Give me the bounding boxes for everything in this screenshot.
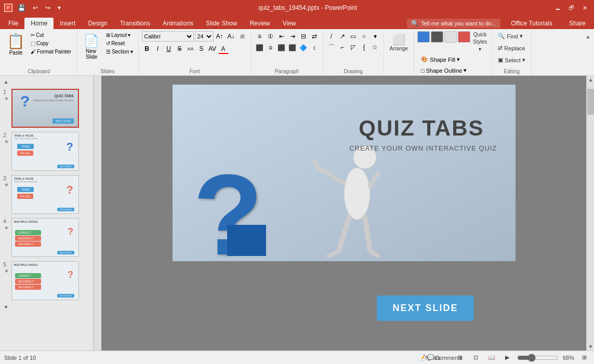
canvas-scroll-down[interactable]: ▼: [587, 343, 594, 350]
shape-curve[interactable]: ⌒: [326, 42, 337, 52]
ribbon-group-slides: 📄 NewSlide ⊞ Layout ▾ ↺ Reset ☰ Section …: [78, 31, 138, 75]
numbering-button[interactable]: ①: [266, 31, 276, 42]
bullets-button[interactable]: ≡: [255, 31, 265, 42]
layout-button[interactable]: ⊞ Layout ▾: [104, 31, 135, 39]
restore-button[interactable]: 🗗: [566, 3, 576, 13]
select-button[interactable]: ▣ Select ▾: [495, 55, 528, 65]
tab-animations[interactable]: Animations: [156, 18, 200, 29]
format-painter-button[interactable]: 🖌 Format Painter: [29, 48, 73, 56]
slide-thumbnail-2[interactable]: 2 ★ TRUE or FALSE This is the correct an…: [2, 131, 91, 172]
align-left-button[interactable]: ⬛: [255, 43, 265, 53]
shape-arrow[interactable]: ↗: [337, 31, 348, 42]
qs-swatch-1[interactable]: [417, 31, 430, 43]
new-slide-button[interactable]: 📄 NewSlide: [80, 31, 103, 62]
line-spacing-button[interactable]: ↕: [309, 43, 320, 53]
qs-swatch-3[interactable]: [444, 31, 457, 43]
align-center-button[interactable]: ≡: [266, 43, 276, 53]
char-spacing-button[interactable]: AV: [207, 44, 218, 54]
ribbon-collapse-button[interactable]: ▲: [584, 31, 592, 42]
replace-button[interactable]: ⇄ Replace: [495, 43, 528, 53]
reading-view-button[interactable]: 📖: [486, 353, 497, 362]
shape-outline-button[interactable]: □ Shape Outline ▾: [417, 65, 473, 75]
select-label: Select: [505, 57, 521, 63]
customize-qat-button[interactable]: ▾: [56, 3, 63, 12]
shape-fill-label: Shape Fill: [430, 57, 455, 63]
font-decrease-button[interactable]: A↓: [226, 31, 236, 42]
text-direction-button[interactable]: ⇄: [309, 31, 320, 42]
tab-view[interactable]: View: [276, 18, 302, 29]
find-button[interactable]: 🔍 Find ▾: [495, 31, 528, 41]
office-tutorials-link[interactable]: Office Tutorials: [505, 18, 559, 29]
increase-indent-button[interactable]: ⇥: [287, 31, 298, 42]
cut-button[interactable]: ✂ Cut: [29, 31, 73, 39]
font-size-select[interactable]: 24: [195, 31, 214, 42]
zoom-slider[interactable]: [517, 354, 559, 362]
tab-review[interactable]: Review: [243, 18, 276, 29]
clear-format-button[interactable]: ⎚: [237, 31, 248, 42]
justify-button[interactable]: ⬛: [287, 43, 298, 53]
share-button[interactable]: Share: [563, 18, 592, 29]
font-increase-button[interactable]: A↑: [215, 31, 225, 42]
save-button[interactable]: 💾: [16, 3, 28, 12]
font-family-select[interactable]: Calibri: [142, 31, 194, 42]
canvas-scroll-up[interactable]: ▲: [587, 76, 594, 84]
slide-thumbnail-1[interactable]: 1 ★ ? QUIZ TABS CREATE YOUR OWN INTERACT…: [2, 88, 91, 129]
small-caps-button[interactable]: AА: [186, 44, 196, 54]
qs-swatch-2[interactable]: [431, 31, 443, 43]
slides-scroll-down[interactable]: ▼: [2, 303, 10, 311]
copy-button[interactable]: ⬚ Copy: [29, 39, 73, 47]
minimize-button[interactable]: 🗕: [552, 3, 563, 13]
tab-home[interactable]: Home: [24, 18, 54, 29]
shape-line[interactable]: /: [326, 31, 337, 42]
undo-button[interactable]: ↩: [31, 3, 40, 12]
underline-button[interactable]: U: [164, 44, 174, 54]
align-right-button[interactable]: ⬛: [276, 43, 287, 53]
shape-rect[interactable]: ▭: [348, 31, 359, 42]
shape-bent[interactable]: ⌐: [337, 42, 348, 52]
app-icon: P: [4, 4, 12, 12]
font-color-button[interactable]: A: [218, 44, 229, 54]
strikethrough-button[interactable]: S: [175, 44, 185, 54]
next-slide-button[interactable]: NEXT SLIDE: [377, 295, 473, 321]
convert-smartart-button[interactable]: 🔷: [298, 43, 309, 53]
slide-thumbnail-3[interactable]: 3 ★ TRUE or FALSE This is the correct an…: [2, 174, 91, 215]
canvas-scroll-thumb[interactable]: [587, 89, 594, 115]
fit-window-button[interactable]: ⊞: [578, 353, 590, 362]
new-slide-icon: 📄: [84, 34, 99, 48]
bold-button[interactable]: B: [142, 44, 152, 54]
qs-swatch-4[interactable]: [458, 31, 470, 43]
slide-thumbnail-4[interactable]: 4 ★ MULTIPLE CHOICE CORRECT INCORRECT IN…: [2, 217, 91, 258]
canvas-scroll-track: [587, 84, 594, 343]
tab-insert[interactable]: Insert: [54, 18, 82, 29]
slide-num-4: 4: [3, 218, 9, 224]
shape-freeform[interactable]: ◸: [348, 42, 359, 52]
shapes-more[interactable]: ▾: [370, 31, 380, 42]
tab-design[interactable]: Design: [82, 18, 113, 29]
normal-view-button[interactable]: ⊞: [455, 353, 466, 362]
tab-transitions[interactable]: Transitions: [114, 18, 156, 29]
decrease-indent-button[interactable]: ⇤: [276, 31, 287, 42]
arrange-button[interactable]: ⬜ Arrange: [387, 31, 411, 53]
slideshow-button[interactable]: ▶: [501, 353, 513, 362]
thumb3-btn: NEXT SLIDE: [57, 208, 74, 211]
close-button[interactable]: ✕: [579, 3, 590, 13]
redo-button[interactable]: ↪: [43, 3, 52, 12]
slide-thumbnail-5[interactable]: 5 ★ MULTIPLE CHOICE CORRECT INCORRECT IN…: [2, 260, 91, 301]
section-button[interactable]: ☰ Section ▾: [104, 48, 135, 56]
reset-button[interactable]: ↺ Reset: [104, 39, 135, 47]
tab-file[interactable]: File: [2, 18, 24, 29]
shadow-button[interactable]: S: [196, 44, 207, 54]
shape-fill-button[interactable]: 🎨 Shape Fill ▾: [417, 55, 473, 64]
shape-circle[interactable]: ○: [359, 31, 369, 42]
slide-sorter-button[interactable]: ⊡: [470, 353, 482, 362]
shape-extra[interactable]: ☆: [370, 42, 380, 52]
comments-button[interactable]: 💬 Comments: [439, 353, 451, 362]
tab-slideshow[interactable]: Slide Show: [200, 18, 243, 29]
columns-button[interactable]: ⊟: [298, 31, 309, 42]
paste-button[interactable]: 📋 Paste: [4, 31, 28, 57]
shape-brace[interactable]: {: [359, 42, 369, 52]
window-title: quiz_tabs_19454.pptx - PowerPoint: [63, 4, 552, 11]
quick-styles-button[interactable]: Quick Styles ▾: [471, 31, 489, 52]
slides-scroll-up[interactable]: ▲: [2, 78, 10, 86]
italic-button[interactable]: I: [153, 44, 163, 54]
